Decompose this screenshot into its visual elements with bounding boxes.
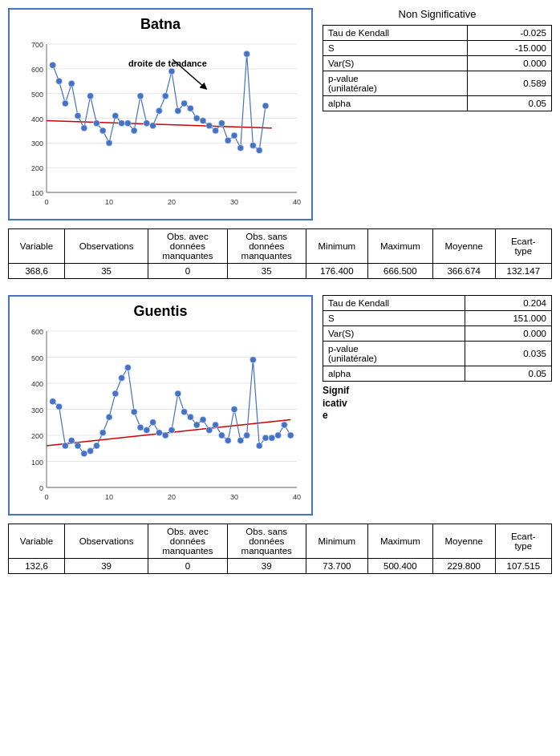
svg-text:400: 400 — [31, 115, 43, 123]
svg-point-24 — [56, 78, 63, 84]
svg-text:40: 40 — [293, 493, 301, 501]
svg-point-56 — [256, 148, 262, 154]
table-cell: 666.500 — [367, 264, 432, 279]
table-header: Observations — [65, 524, 148, 559]
svg-point-115 — [269, 435, 275, 441]
stats-label: alpha — [323, 96, 468, 111]
svg-point-91 — [119, 375, 125, 382]
svg-point-57 — [262, 103, 269, 109]
table-cell: 0 — [148, 559, 227, 574]
svg-point-82 — [62, 443, 68, 449]
svg-point-33 — [112, 112, 119, 119]
svg-point-30 — [93, 120, 99, 127]
table-header: Obs. avecdonnéesmanquantes — [148, 229, 227, 264]
table-cell: 35 — [227, 264, 306, 279]
svg-point-108 — [225, 438, 231, 444]
svg-point-116 — [275, 432, 282, 439]
stats-label: S — [323, 41, 468, 56]
svg-point-37 — [137, 93, 144, 99]
trend-arrow-batna — [168, 55, 217, 95]
table-header: Obs. avecdonnéesmanquantes — [148, 524, 227, 559]
svg-text:300: 300 — [31, 406, 43, 414]
svg-text:30: 30 — [230, 198, 238, 206]
table-header: Obs. sansdonnéesmanquantes — [227, 229, 306, 264]
stats-label: p-value(unilatérale) — [323, 71, 468, 96]
svg-text:0: 0 — [39, 484, 43, 492]
stats-table-batna: Tau de Kendall-0.025S-15.000Var(S)0.000p… — [323, 25, 552, 111]
svg-point-96 — [150, 419, 156, 426]
chart-batna: Batna droite de tendance — [8, 8, 313, 220]
svg-text:600: 600 — [31, 328, 43, 336]
table-header: Moyenne — [432, 524, 495, 559]
stats-value: 151.000 — [465, 311, 551, 326]
table-cell: 132.147 — [495, 264, 551, 279]
svg-text:0: 0 — [44, 493, 48, 501]
svg-point-54 — [244, 51, 250, 57]
svg-point-114 — [262, 435, 269, 441]
svg-point-101 — [181, 409, 188, 415]
chart-guentis: Guentis 0100200300400500600010203040 — [8, 295, 313, 515]
svg-point-109 — [231, 406, 237, 413]
svg-point-98 — [162, 432, 168, 439]
svg-text:20: 20 — [168, 493, 176, 501]
svg-line-22 — [47, 121, 272, 128]
svg-line-0 — [172, 59, 205, 87]
stats-table-guentis: Tau de Kendall0.204S151.000Var(S)0.000p-… — [323, 295, 552, 382]
svg-point-55 — [250, 142, 256, 148]
svg-point-53 — [237, 145, 244, 152]
svg-text:200: 200 — [31, 432, 43, 440]
svg-point-89 — [106, 414, 112, 420]
stats-label: Var(S) — [323, 56, 468, 71]
stats-value: 0.035 — [465, 342, 551, 366]
svg-text:300: 300 — [31, 139, 43, 148]
table-cell: 0 — [148, 264, 227, 279]
chart-title-batna: Batna — [16, 16, 305, 33]
svg-point-100 — [175, 390, 181, 397]
chart-title-guentis: Guentis — [16, 303, 305, 320]
svg-point-95 — [144, 427, 150, 434]
table-cell: 39 — [65, 559, 148, 574]
table-header: Observations — [65, 229, 148, 264]
svg-text:10: 10 — [105, 493, 113, 501]
svg-point-84 — [75, 443, 81, 449]
table-cell: 229.800 — [432, 559, 495, 574]
svg-point-31 — [99, 127, 106, 134]
svg-point-45 — [187, 105, 193, 111]
svg-point-27 — [75, 112, 81, 119]
svg-point-35 — [124, 120, 131, 127]
table-header: Variable — [9, 229, 65, 264]
table-header: Ecart-type — [495, 524, 551, 559]
svg-point-83 — [68, 438, 75, 444]
svg-point-28 — [81, 125, 87, 131]
table-cell: 368,6 — [9, 264, 65, 279]
table-cell: 73.700 — [306, 559, 367, 574]
svg-text:20: 20 — [168, 198, 176, 206]
svg-text:40: 40 — [293, 198, 301, 206]
svg-text:500: 500 — [31, 91, 43, 99]
svg-point-92 — [124, 365, 131, 371]
svg-point-99 — [168, 427, 175, 434]
svg-point-26 — [68, 80, 75, 87]
svg-point-112 — [250, 357, 256, 363]
svg-point-52 — [231, 132, 237, 139]
stats-value: 0.000 — [467, 56, 551, 71]
svg-point-34 — [119, 120, 125, 127]
table-cell: 366.674 — [432, 264, 495, 279]
significance-batna: Non Significative — [323, 8, 552, 20]
svg-point-44 — [181, 100, 188, 107]
table-cell: 500.400 — [367, 559, 432, 574]
svg-text:30: 30 — [230, 493, 238, 501]
svg-point-41 — [162, 93, 168, 99]
svg-point-81 — [56, 403, 63, 410]
svg-point-87 — [93, 443, 99, 449]
svg-point-51 — [225, 137, 231, 144]
table-header: Maximum — [367, 524, 432, 559]
svg-point-117 — [281, 422, 287, 428]
svg-point-38 — [144, 120, 150, 127]
chart-stats-row-guentis: Guentis 0100200300400500600010203040 Tau… — [8, 295, 552, 515]
stats-value: -15.000 — [467, 41, 551, 56]
svg-point-43 — [175, 107, 181, 114]
table-cell: 35 — [65, 264, 148, 279]
table-cell: 39 — [227, 559, 306, 574]
svg-point-47 — [200, 118, 206, 124]
